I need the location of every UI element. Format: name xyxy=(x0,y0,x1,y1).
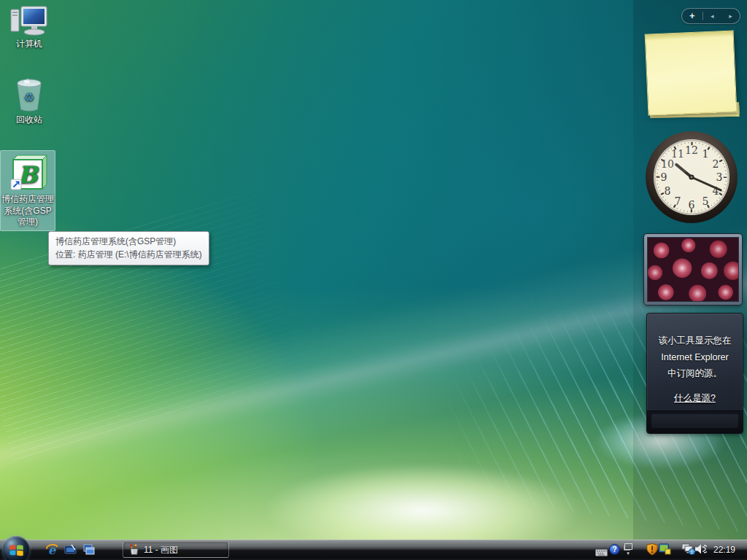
shortcut-arrow-icon xyxy=(11,179,21,190)
feed-gadget-footer xyxy=(647,411,743,433)
feed-message: 该小工具显示您在 Internet Explorer 中订阅的源。 xyxy=(647,332,743,382)
quicklaunch-ie[interactable]: e xyxy=(45,543,58,556)
taskbar-clock[interactable]: 22:19 xyxy=(708,540,741,560)
quicklaunch-show-desktop[interactable] xyxy=(64,543,77,556)
computer-icon xyxy=(10,6,48,36)
svg-text:1: 1 xyxy=(703,148,709,160)
tooltip: 博信药店管理系统(含GSP管理) 位置: 药店管理 (E:\博信药店管理系统) xyxy=(48,231,209,265)
svg-text:?: ? xyxy=(612,545,616,553)
svg-text:3: 3 xyxy=(716,171,723,183)
svg-text:5: 5 xyxy=(703,195,709,207)
svg-text:8: 8 xyxy=(665,185,671,197)
prev-page-button[interactable]: ◂ xyxy=(703,9,721,23)
gadget-controls: + ◂ ▸ xyxy=(681,8,740,24)
language-keyboard-icon[interactable] xyxy=(595,546,608,559)
task-button-label: 11 - 画图 xyxy=(144,544,178,556)
svg-text:7: 7 xyxy=(675,195,681,207)
icon-label-pharmacy-app: 博信药店管理 系统(含GSP 管理) xyxy=(1,194,54,228)
display-utility-icon[interactable] xyxy=(659,543,671,559)
next-page-button[interactable]: ▸ xyxy=(721,9,740,23)
task-button-paint[interactable]: 11 - 画图 xyxy=(123,542,229,558)
recycle-bin-icon: ♻ xyxy=(14,77,44,112)
restore-window-icon xyxy=(624,543,632,550)
pharmacy-app-icon: B xyxy=(8,152,47,192)
notes-gadget[interactable] xyxy=(645,30,738,115)
feed-headlines-gadget[interactable]: 该小工具显示您在 Internet Explorer 中订阅的源。 什么是源? xyxy=(646,313,743,434)
network-icon[interactable] xyxy=(681,543,695,558)
desktop-icon-pharmacy-app[interactable]: B 博信药店管理 系统(含GSP 管理) xyxy=(0,150,55,231)
add-gadget-button[interactable]: + xyxy=(682,9,703,23)
what-are-feeds-link[interactable]: 什么是源? xyxy=(674,392,716,405)
language-help-icon[interactable]: ? xyxy=(609,544,620,558)
taskbar: e 11 xyxy=(0,540,747,560)
tooltip-location: 位置: 药店管理 (E:\博信药店管理系统) xyxy=(55,248,202,261)
svg-text:e: e xyxy=(48,543,56,556)
start-button[interactable] xyxy=(2,536,30,560)
tooltip-title: 博信药店管理系统(含GSP管理) xyxy=(55,235,202,248)
desktop: 计算机 ♻ 回收站 B 博信药店管理 系统(含GSP 管理) xyxy=(0,0,747,560)
slideshow-gadget[interactable] xyxy=(643,233,743,306)
ie-icon: e xyxy=(45,543,58,556)
desktop-icon-recycle-bin[interactable]: ♻ 回收站 xyxy=(1,77,57,126)
desktop-icon-computer[interactable]: 计算机 xyxy=(1,6,57,50)
hidden-icons-arrow: ▾ xyxy=(627,551,630,556)
volume-icon[interactable] xyxy=(695,544,707,557)
recycle-glyph: ♻ xyxy=(24,90,34,104)
svg-text:2: 2 xyxy=(713,158,719,170)
note-surface[interactable] xyxy=(645,30,738,115)
language-restore-button[interactable]: ▾ xyxy=(624,542,632,556)
analog-clock-icon: 12 1 2 3 4 5 6 7 8 9 10 11 xyxy=(644,130,739,225)
icon-label-recycle-bin: 回收站 xyxy=(16,114,42,126)
icon-label-computer: 计算机 xyxy=(16,39,42,50)
switch-windows-icon xyxy=(82,543,96,556)
show-desktop-icon xyxy=(64,543,77,556)
slideshow-photo xyxy=(647,237,739,302)
paint-icon xyxy=(128,544,140,556)
windows-logo-icon xyxy=(9,542,24,558)
feed-pager xyxy=(651,414,738,428)
svg-text:6: 6 xyxy=(689,199,695,211)
security-shield-icon[interactable] xyxy=(646,543,658,559)
quicklaunch-switch-windows[interactable] xyxy=(82,543,96,556)
clock-gadget[interactable]: 12 1 2 3 4 5 6 7 8 9 10 11 xyxy=(644,130,739,225)
